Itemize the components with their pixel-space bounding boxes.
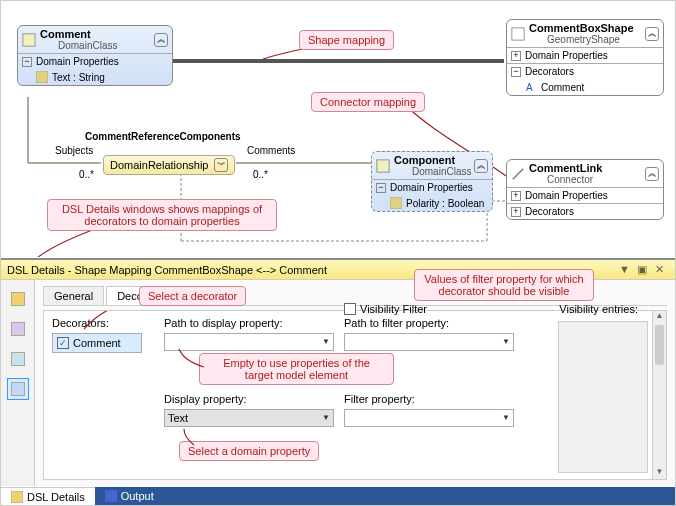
scroll-down-icon[interactable]: ▼ bbox=[653, 467, 666, 479]
side-btn-1[interactable] bbox=[7, 288, 29, 310]
domainrelationship-box[interactable]: DomainRelationship ︾ bbox=[103, 155, 235, 175]
display-property-select[interactable]: Text bbox=[164, 409, 334, 427]
svg-rect-15 bbox=[105, 490, 117, 502]
form-area: Decorators: ✓ Comment Path to display pr… bbox=[43, 310, 667, 480]
class-icon bbox=[376, 159, 390, 173]
comment-domainclass-box[interactable]: Comment DomainClass ︽ − Domain Propertie… bbox=[17, 25, 173, 86]
text-decorator-icon: A bbox=[525, 81, 537, 93]
component-domainclass-box[interactable]: Component DomainClass ︽ − Domain Propert… bbox=[371, 151, 493, 212]
callout-dsl-details-desc: DSL Details windows shows mappings of de… bbox=[47, 199, 277, 231]
tab-label: Output bbox=[121, 490, 154, 502]
tab-label: DSL Details bbox=[27, 491, 85, 503]
decorators-section[interactable]: − Decorators bbox=[507, 63, 663, 79]
side-toolbar bbox=[1, 280, 35, 486]
tab-dsl-details[interactable]: DSL Details bbox=[1, 487, 95, 505]
decorator-name: Comment bbox=[73, 337, 121, 349]
decorator-item[interactable]: A Comment bbox=[507, 79, 663, 95]
role-comments: Comments bbox=[247, 145, 295, 156]
property-item[interactable]: Text : String bbox=[18, 69, 172, 85]
close-icon[interactable]: ✕ bbox=[655, 263, 669, 277]
dsl-details-window: DSL Details - Shape Mapping CommentBoxSh… bbox=[1, 258, 675, 486]
plus-icon[interactable]: + bbox=[511, 51, 521, 61]
display-property-value: Text bbox=[168, 412, 188, 424]
minus-icon[interactable]: − bbox=[511, 67, 521, 77]
svg-rect-13 bbox=[390, 197, 402, 209]
svg-rect-10 bbox=[512, 27, 524, 39]
decorators-section[interactable]: + Decorators bbox=[507, 203, 663, 219]
scroll-up-icon[interactable]: ▲ bbox=[653, 311, 666, 323]
lbl-visibility-entries: Visibility entries: bbox=[559, 303, 638, 315]
box-title: CommentLink bbox=[529, 162, 602, 174]
property-text: Polarity : Boolean bbox=[406, 198, 484, 209]
decorator-text: Comment bbox=[541, 82, 584, 93]
scrollbar-vertical[interactable]: ▲ ▼ bbox=[652, 311, 666, 479]
property-icon bbox=[390, 197, 402, 209]
property-item[interactable]: Polarity : Boolean bbox=[372, 195, 492, 211]
lbl-filter-property: Filter property: bbox=[344, 393, 514, 405]
box-subtitle: GeometryShape bbox=[547, 34, 634, 45]
box-title: Comment bbox=[40, 28, 91, 40]
plus-icon[interactable]: + bbox=[511, 191, 521, 201]
box-subtitle: DomainClass bbox=[58, 40, 117, 51]
box-subtitle: Connector bbox=[547, 174, 602, 185]
svg-rect-12 bbox=[377, 159, 389, 171]
collapse-icon[interactable]: ︽ bbox=[645, 167, 659, 181]
path-display-input[interactable] bbox=[164, 333, 334, 351]
expand-icon[interactable]: ︾ bbox=[214, 158, 228, 172]
commentlink-box[interactable]: CommentLink Connector ︽ + Domain Propert… bbox=[506, 159, 664, 220]
relationship-label: DomainRelationship bbox=[110, 159, 208, 171]
shape-icon bbox=[511, 27, 525, 41]
callout-connector-mapping: Connector mapping bbox=[311, 92, 425, 112]
decorator-list-item[interactable]: ✓ Comment bbox=[52, 333, 142, 353]
lbl-path-filter: Path to filter property: bbox=[344, 317, 514, 329]
section-label: Domain Properties bbox=[525, 50, 608, 61]
box-title: CommentBoxShape bbox=[529, 22, 634, 34]
output-icon bbox=[105, 490, 117, 502]
svg-rect-9 bbox=[36, 71, 48, 83]
tab-output[interactable]: Output bbox=[95, 487, 164, 505]
minus-icon[interactable]: − bbox=[22, 57, 32, 67]
collapse-icon[interactable]: ︽ bbox=[474, 159, 488, 173]
collapse-icon[interactable]: ︽ bbox=[154, 33, 168, 47]
dsl-details-icon bbox=[11, 491, 23, 503]
domain-properties-section[interactable]: − Domain Properties bbox=[372, 179, 492, 195]
dsl-main: General Decorator Maps Decorators: ✓ Com… bbox=[35, 280, 675, 486]
diagram-canvas[interactable]: Comment DomainClass ︽ − Domain Propertie… bbox=[1, 1, 675, 257]
checkbox-unchecked-icon[interactable] bbox=[344, 303, 356, 315]
section-label: Domain Properties bbox=[525, 190, 608, 201]
domain-properties-section[interactable]: − Domain Properties bbox=[18, 53, 172, 69]
pin-icon[interactable]: ▣ bbox=[637, 263, 651, 277]
mult-left: 0..* bbox=[79, 169, 94, 180]
callout-select-decorator: Select a decorator bbox=[139, 286, 246, 306]
checkbox-checked-icon[interactable]: ✓ bbox=[57, 337, 69, 349]
mult-right: 0..* bbox=[253, 169, 268, 180]
dropdown-icon[interactable]: ▼ bbox=[619, 263, 633, 277]
property-icon bbox=[36, 71, 48, 83]
domain-properties-section[interactable]: + Domain Properties bbox=[507, 187, 663, 203]
section-label: Decorators bbox=[525, 206, 574, 217]
svg-rect-8 bbox=[23, 33, 35, 45]
collapse-icon[interactable]: ︽ bbox=[645, 27, 659, 41]
commentboxshape-box[interactable]: CommentBoxShape GeometryShape ︽ + Domain… bbox=[506, 19, 664, 96]
box-subtitle: DomainClass bbox=[412, 166, 471, 177]
filter-property-select[interactable] bbox=[344, 409, 514, 427]
role-subjects: Subjects bbox=[55, 145, 93, 156]
side-btn-2[interactable] bbox=[7, 318, 29, 340]
callout-values-filter: Values of filter property for which deco… bbox=[414, 269, 594, 301]
svg-text:A: A bbox=[526, 82, 533, 93]
lbl-display-property: Display property: bbox=[164, 393, 334, 405]
section-label: Decorators bbox=[525, 66, 574, 77]
side-btn-3[interactable] bbox=[7, 348, 29, 370]
path-filter-input[interactable] bbox=[344, 333, 514, 351]
section-label: Domain Properties bbox=[36, 56, 119, 67]
tab-general[interactable]: General bbox=[43, 286, 104, 305]
section-label: Domain Properties bbox=[390, 182, 473, 193]
visibility-entries-list[interactable] bbox=[558, 321, 648, 473]
callout-empty-props: Empty to use properties of the target mo… bbox=[199, 353, 394, 385]
plus-icon[interactable]: + bbox=[511, 207, 521, 217]
domain-properties-section[interactable]: + Domain Properties bbox=[507, 47, 663, 63]
minus-icon[interactable]: − bbox=[376, 183, 386, 193]
relationship-heading: CommentReferenceComponents bbox=[85, 131, 241, 142]
side-btn-4[interactable] bbox=[7, 378, 29, 400]
scroll-thumb[interactable] bbox=[655, 325, 664, 365]
